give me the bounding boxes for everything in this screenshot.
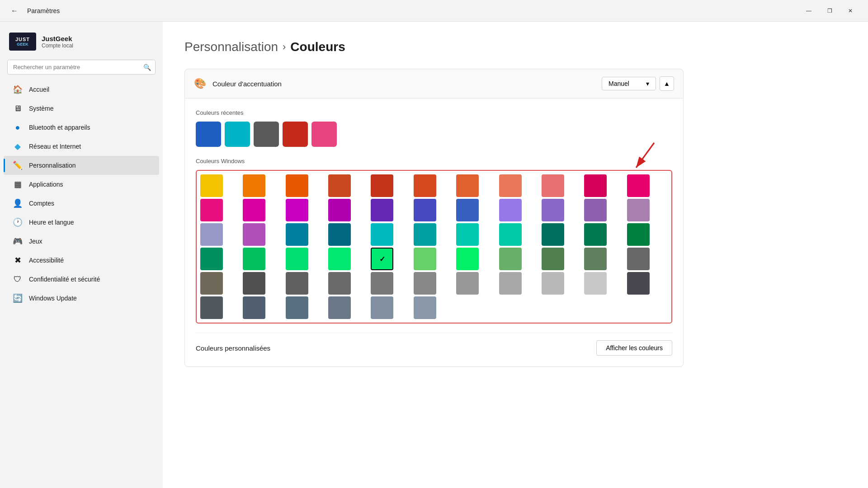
search-icon: 🔍 [143, 64, 151, 71]
search-input[interactable] [7, 60, 156, 75]
windows-color-swatch[interactable] [499, 174, 522, 197]
windows-color-swatch[interactable] [200, 248, 223, 270]
privacy-icon: 🛡 [13, 274, 23, 284]
bluetooth-icon: ● [13, 122, 23, 132]
windows-color-swatch[interactable] [328, 174, 351, 197]
windows-color-swatch[interactable] [627, 248, 650, 270]
windows-color-swatch[interactable] [414, 174, 436, 197]
windows-color-swatch[interactable] [499, 199, 522, 221]
windows-color-swatch[interactable] [286, 223, 308, 246]
windows-color-swatch[interactable] [414, 272, 436, 295]
back-button[interactable]: ← [7, 4, 22, 18]
windows-color-swatch[interactable] [328, 248, 351, 270]
recent-color-swatch[interactable] [311, 122, 337, 147]
windows-color-swatch[interactable] [328, 296, 351, 319]
accounts-icon: 👤 [13, 198, 23, 208]
windows-color-swatch[interactable] [328, 223, 351, 246]
sidebar-item-applications[interactable]: ▦ Applications [4, 175, 159, 194]
breadcrumb-parent[interactable]: Personnalisation [184, 40, 278, 54]
windows-color-swatch[interactable] [414, 223, 436, 246]
windows-color-swatch[interactable] [328, 272, 351, 295]
sidebar-item-label: Personnalisation [29, 162, 76, 169]
windows-color-swatch[interactable] [584, 199, 607, 221]
windows-color-swatch[interactable] [414, 296, 436, 319]
show-colors-button[interactable]: Afficher les couleurs [596, 340, 672, 356]
windows-color-swatch[interactable] [542, 199, 564, 221]
sidebar-item-heure[interactable]: 🕐 Heure et langue [4, 213, 159, 232]
sidebar-logo: JUST GEEK [9, 33, 36, 51]
windows-color-swatch[interactable] [243, 223, 265, 246]
windows-color-swatch[interactable] [627, 223, 650, 246]
recent-color-swatch[interactable] [225, 122, 250, 147]
windows-color-swatch[interactable] [286, 199, 308, 221]
sidebar-item-reseau[interactable]: ◆ Réseau et Internet [4, 137, 159, 156]
sidebar-item-windows-update[interactable]: 🔄 Windows Update [4, 289, 159, 308]
recent-color-swatch[interactable] [283, 122, 308, 147]
minimize-button[interactable]: — [798, 4, 819, 18]
recent-color-swatch[interactable] [196, 122, 221, 147]
windows-color-swatch[interactable] [542, 272, 564, 295]
windows-color-swatch[interactable] [286, 296, 308, 319]
sidebar-item-jeux[interactable]: 🎮 Jeux [4, 232, 159, 251]
windows-color-swatch[interactable] [542, 174, 564, 197]
windows-color-swatch[interactable] [243, 174, 265, 197]
windows-color-swatch[interactable] [542, 248, 564, 270]
windows-color-swatch[interactable] [286, 174, 308, 197]
windows-color-swatch[interactable] [371, 248, 393, 270]
sidebar-item-label: Jeux [29, 238, 42, 245]
sidebar-item-accueil[interactable]: 🏠 Accueil [4, 80, 159, 99]
collapse-button[interactable]: ▲ [660, 76, 674, 91]
sidebar-item-confidentialite[interactable]: 🛡 Confidentialité et sécurité [4, 270, 159, 289]
windows-color-swatch[interactable] [286, 248, 308, 270]
close-button[interactable]: ✕ [840, 4, 861, 18]
breadcrumb: Personnalisation › Couleurs [184, 40, 684, 54]
sidebar-item-bluetooth[interactable]: ● Bluetooth et appareils [4, 118, 159, 137]
windows-color-swatch[interactable] [584, 174, 607, 197]
windows-color-swatch[interactable] [499, 272, 522, 295]
time-icon: 🕐 [13, 217, 23, 227]
windows-color-swatch[interactable] [328, 199, 351, 221]
windows-color-swatch[interactable] [584, 272, 607, 295]
windows-color-swatch[interactable] [456, 248, 479, 270]
windows-color-swatch[interactable] [371, 272, 393, 295]
sidebar-item-personnalisation[interactable]: ✏️ Personnalisation [4, 156, 159, 175]
breadcrumb-separator: › [283, 41, 286, 53]
windows-color-swatch[interactable] [499, 248, 522, 270]
windows-color-swatch[interactable] [371, 223, 393, 246]
sidebar-item-accessibilite[interactable]: ✖ Accessibilité [4, 251, 159, 270]
sidebar-item-comptes[interactable]: 👤 Comptes [4, 194, 159, 213]
windows-color-swatch[interactable] [200, 174, 223, 197]
windows-color-swatch[interactable] [584, 248, 607, 270]
windows-color-swatch[interactable] [584, 223, 607, 246]
windows-color-swatch[interactable] [456, 223, 479, 246]
windows-color-swatch[interactable] [456, 199, 479, 221]
windows-color-swatch[interactable] [243, 199, 265, 221]
windows-color-swatch[interactable] [286, 272, 308, 295]
windows-color-swatch[interactable] [371, 174, 393, 197]
recent-color-swatch[interactable] [254, 122, 279, 147]
windows-color-swatch[interactable] [371, 296, 393, 319]
windows-color-swatch[interactable] [414, 248, 436, 270]
sidebar-item-systeme[interactable]: 🖥 Système [4, 99, 159, 118]
windows-color-swatch[interactable] [371, 199, 393, 221]
windows-color-swatch[interactable] [499, 223, 522, 246]
accent-mode-dropdown[interactable]: Manuel ▾ [602, 77, 656, 90]
windows-color-swatch[interactable] [414, 199, 436, 221]
windows-colors-wrapper [196, 170, 672, 324]
windows-color-swatch[interactable] [456, 272, 479, 295]
maximize-button[interactable]: ❐ [819, 4, 840, 18]
windows-color-swatch[interactable] [243, 248, 265, 270]
breadcrumb-current: Couleurs [290, 40, 345, 54]
windows-color-swatch[interactable] [542, 223, 564, 246]
windows-color-swatch[interactable] [627, 272, 650, 295]
sidebar-username: JustGeek [42, 35, 73, 42]
windows-color-swatch[interactable] [627, 174, 650, 197]
windows-color-swatch[interactable] [200, 223, 223, 246]
windows-color-swatch[interactable] [243, 272, 265, 295]
windows-color-swatch[interactable] [200, 199, 223, 221]
windows-color-swatch[interactable] [243, 296, 265, 319]
windows-color-swatch[interactable] [200, 272, 223, 295]
windows-color-swatch[interactable] [456, 174, 479, 197]
windows-color-swatch[interactable] [200, 296, 223, 319]
windows-color-swatch[interactable] [627, 199, 650, 221]
